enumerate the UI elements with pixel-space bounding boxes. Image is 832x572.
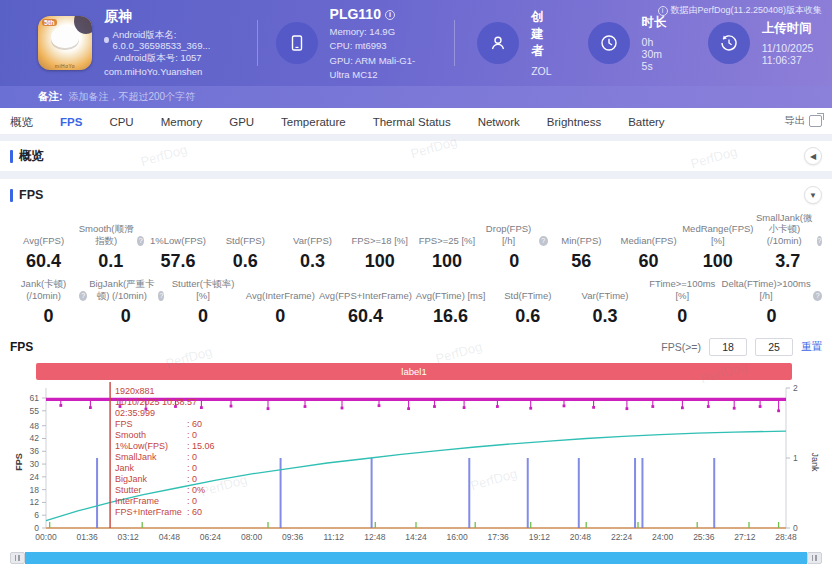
metric-label: Median(FPS) xyxy=(615,223,682,246)
metric-avg-fps-interframe-: Avg(FPS+InterFrame)60.4 xyxy=(319,278,412,327)
fps-threshold-high-input[interactable]: 25 xyxy=(755,338,793,356)
remark-input[interactable]: 添加备注，不超过200个字符 xyxy=(69,90,196,104)
y2-tick: 2 xyxy=(793,383,798,393)
tab-cpu[interactable]: CPU xyxy=(109,111,133,133)
metric-tabbar: 概览FPSCPUMemoryGPUTemperatureThermal Stat… xyxy=(0,108,832,135)
metric-1%low-fps-: 1%Low(FPS)57.6 xyxy=(144,223,211,272)
chart-label-banner[interactable]: label1 xyxy=(36,363,792,380)
help-icon[interactable]: ? xyxy=(137,236,144,246)
fps-metrics-row-1: Avg(FPS)60.4Smooth(顺滑指数)?0.11%Low(FPS)57… xyxy=(10,212,822,272)
creator-value: ZOL xyxy=(531,65,553,77)
x-axis-labels: 00:0001:3603:1204:4806:2408:0009:3611:12… xyxy=(10,532,822,546)
help-icon[interactable]: ? xyxy=(817,236,822,246)
metric-label: Avg(FTime) [ms] xyxy=(412,278,489,301)
export-button[interactable]: 导出 xyxy=(784,114,822,128)
metric-smooth-: Smooth(顺滑指数)?0.1 xyxy=(77,223,144,272)
metric-label: Var(FTime) xyxy=(566,278,643,301)
metric-value: 100 xyxy=(346,251,413,272)
tab-temperature[interactable]: Temperature xyxy=(281,111,346,133)
metric-value: 0.6 xyxy=(489,306,566,327)
y-tick: 42 xyxy=(30,434,40,444)
x-tick: 09:36 xyxy=(282,532,303,542)
metric-label: Jank(卡顿) (/10min)? xyxy=(10,278,87,301)
fps-dip-marker xyxy=(463,406,466,409)
y-tick: 48 xyxy=(30,421,40,431)
x-tick: 28:48 xyxy=(775,532,796,542)
clock-icon xyxy=(588,22,630,64)
x-tick: 01:36 xyxy=(76,532,97,542)
tooltip-row: 1%Low(FPS): 15.06 xyxy=(115,441,215,452)
x-tick: 12:48 xyxy=(364,532,385,542)
device-model: PLG110 xyxy=(330,4,381,25)
help-icon[interactable]: ? xyxy=(539,236,548,246)
fps-section-title: FPS xyxy=(19,188,43,202)
android-version-name: Android版本名: 6.0.0_36598533_369... xyxy=(113,29,239,53)
metric-label: Avg(FPS+InterFrame) xyxy=(319,278,412,301)
app-brand-text: miHoYo xyxy=(38,63,92,69)
fps-dip-marker xyxy=(777,410,780,413)
help-icon[interactable]: ? xyxy=(79,291,87,301)
tooltip-head-line: 02:35:999 xyxy=(115,408,215,419)
tab-battery[interactable]: Battery xyxy=(628,111,664,133)
cursor-tooltip: 1920x88111/10/2025 10:38:5702:35:999FPS:… xyxy=(115,386,215,518)
metric-label: Drop(FPS) [/h]? xyxy=(481,223,548,246)
tab-概览[interactable]: 概览 xyxy=(10,111,33,133)
app-icon-character xyxy=(51,26,79,48)
tab-fps[interactable]: FPS xyxy=(60,111,82,133)
metric-value: 0 xyxy=(242,306,319,327)
help-icon[interactable]: ? xyxy=(813,291,822,301)
chart-range-scrollbar[interactable] xyxy=(10,552,822,564)
fps-collapse-button[interactable]: ▼ xyxy=(804,186,822,204)
tab-memory[interactable]: Memory xyxy=(161,111,203,133)
metric-median-fps-: Median(FPS)60 xyxy=(615,223,682,272)
x-tick: 03:12 xyxy=(118,532,139,542)
fps-chart[interactable]: 61554842363024181260210FPSJank 00:0001:3… xyxy=(10,382,822,550)
x-tick: 17:36 xyxy=(488,532,509,542)
metric-label: FTime>=100ms [%] xyxy=(644,278,721,301)
divider xyxy=(454,20,455,66)
device-info-icon[interactable]: i xyxy=(385,10,395,20)
tab-thermal-status[interactable]: Thermal Status xyxy=(373,111,451,133)
scrollbar-right-handle[interactable] xyxy=(807,552,822,564)
y-tick: 24 xyxy=(30,472,40,482)
fps-threshold-reset-button[interactable]: 重置 xyxy=(801,340,822,354)
report-header: i 数据由PerfDog(11.2.250408)版本收集 5th miHoYo… xyxy=(0,0,832,86)
export-icon xyxy=(809,115,822,127)
fps-metrics-row-2: Jank(卡顿) (/10min)?0BigJank(严重卡顿) (/10min… xyxy=(10,278,822,327)
export-label: 导出 xyxy=(784,114,805,128)
accent-bar xyxy=(10,189,13,202)
tab-brightness[interactable]: Brightness xyxy=(547,111,601,133)
tab-network[interactable]: Network xyxy=(478,111,520,133)
fps-threshold-low-input[interactable]: 18 xyxy=(709,338,747,356)
y-axis-title: FPS xyxy=(14,453,24,471)
x-tick: 04:48 xyxy=(159,532,180,542)
metric-avg-ftime-ms-: Avg(FTime) [ms]16.6 xyxy=(412,278,489,327)
tooltip-row: Jank: 0 xyxy=(115,463,215,474)
metric-label: Std(FTime) xyxy=(489,278,566,301)
upload-time-info: 上传时间 11/10/2025 11:06:37 xyxy=(708,20,832,66)
y2-tick: 1 xyxy=(793,453,798,463)
app-icon: 5th miHoYo xyxy=(38,16,92,70)
metric-value: 0.6 xyxy=(212,251,279,272)
metric-stutter-%-: Stutter(卡顿率) [%]0 xyxy=(164,278,241,327)
metric-label: FPS>=25 [%] xyxy=(413,223,480,246)
metric-ftime-100ms-%-: FTime>=100ms [%]0 xyxy=(644,278,721,327)
remark-bar: 备注: 添加备注，不超过200个字符 xyxy=(0,86,832,108)
tab-gpu[interactable]: GPU xyxy=(229,111,254,133)
scrollbar-left-handle[interactable] xyxy=(10,552,25,564)
y-tick: 55 xyxy=(30,406,40,416)
tooltip-row: FPS+InterFrame: 60 xyxy=(115,507,215,518)
metric-value: 0 xyxy=(644,306,721,327)
duration-value: 0h 30m 5s xyxy=(642,36,674,72)
device-cpu: CPU: mt6993 xyxy=(330,39,433,53)
scrollbar-track[interactable] xyxy=(25,552,807,564)
metric-value: 3.7 xyxy=(753,251,822,272)
metric-var-ftime-: Var(FTime)0.3 xyxy=(566,278,643,327)
metric-fps-18-%-: FPS>=18 [%]100 xyxy=(346,223,413,272)
x-tick: 25:36 xyxy=(693,532,714,542)
overview-collapse-button[interactable]: ◀ xyxy=(804,147,822,165)
x-tick: 11:12 xyxy=(323,532,344,542)
fps-dip-marker xyxy=(592,406,595,409)
x-tick: 22:24 xyxy=(611,532,632,542)
metric-medrange-fps-%-: MedRange(FPS)[%]100 xyxy=(682,223,753,272)
